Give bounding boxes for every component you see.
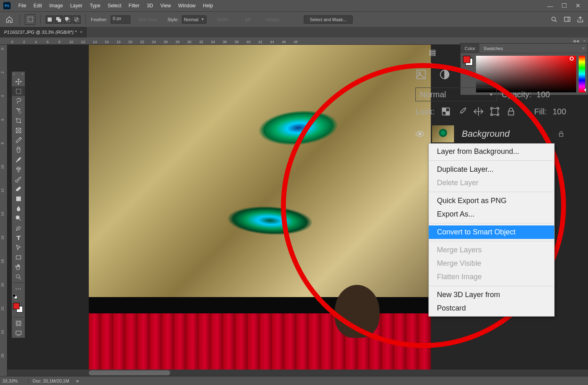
- svg-rect-1: [48, 18, 52, 22]
- svg-rect-32: [559, 133, 563, 136]
- screen-mode-icon[interactable]: [12, 328, 25, 338]
- panel-menu-icon[interactable]: ≡: [579, 46, 588, 50]
- swatches-tab[interactable]: Swatches: [479, 44, 507, 53]
- dodge-tool[interactable]: [12, 213, 25, 223]
- status-bar: 33,33% Doc: 20,1M/20,1M ▶: [0, 376, 588, 385]
- panel-close-icon[interactable]: ×: [22, 72, 24, 76]
- layer-thumbnail[interactable]: [432, 125, 454, 143]
- horizontal-scrollbar[interactable]: [7, 370, 588, 376]
- hand-tool[interactable]: [12, 262, 25, 272]
- blur-tool[interactable]: [12, 203, 25, 213]
- share-icon[interactable]: [577, 16, 584, 23]
- healing-brush-tool[interactable]: [12, 145, 25, 155]
- home-button[interactable]: [4, 14, 15, 25]
- status-zoom[interactable]: 33,33%: [0, 378, 29, 383]
- document-tab[interactable]: P1160237.JPG @ 33,3% (RGB/8*) * ×: [0, 27, 87, 37]
- default-colors-icon[interactable]: [12, 293, 25, 300]
- color-tab[interactable]: Color: [461, 44, 479, 53]
- path-selection-tool[interactable]: [12, 243, 25, 252]
- lock-position-icon[interactable]: [473, 106, 484, 117]
- gradient-tool[interactable]: [12, 194, 25, 203]
- lasso-tool[interactable]: [12, 96, 25, 106]
- ctx-layer-from-background[interactable]: Layer from Background...: [429, 145, 554, 158]
- menubar: FileEditImageLayerTypeSelectFilter3DView…: [15, 3, 217, 9]
- panel-collapse-icon[interactable]: «: [13, 72, 15, 76]
- layer-name[interactable]: Background: [462, 129, 509, 139]
- lock-image-icon[interactable]: [457, 106, 467, 117]
- rectangle-tool[interactable]: [12, 252, 25, 262]
- foreground-background-colors[interactable]: [12, 302, 25, 316]
- menu-type[interactable]: Type: [86, 3, 104, 9]
- menu-image[interactable]: Image: [46, 3, 66, 9]
- context-separator: [430, 223, 553, 223]
- history-brush-tool[interactable]: [12, 174, 25, 184]
- maximize-button[interactable]: ☐: [561, 3, 567, 9]
- filter-adjustment-icon[interactable]: [439, 69, 450, 80]
- ctx-duplicate-layer[interactable]: Duplicate Layer...: [429, 163, 554, 176]
- layer-row-background[interactable]: Background: [415, 125, 565, 143]
- menu-3d[interactable]: 3D: [143, 3, 156, 9]
- zoom-tool[interactable]: [12, 272, 25, 282]
- edit-toolbar-icon[interactable]: ⋯: [12, 284, 25, 293]
- selection-intersect[interactable]: [72, 15, 81, 24]
- eraser-tool[interactable]: [12, 184, 25, 194]
- minimize-button[interactable]: —: [547, 3, 553, 9]
- selection-new[interactable]: [46, 15, 54, 24]
- quick-selection-tool[interactable]: [12, 106, 25, 116]
- lock-transparent-icon[interactable]: [441, 106, 451, 117]
- close-button[interactable]: ✕: [575, 3, 581, 9]
- svg-point-20: [17, 322, 20, 324]
- rectangular-marquee-tool[interactable]: [12, 86, 25, 96]
- menu-filter[interactable]: Filter: [125, 3, 143, 9]
- selection-add[interactable]: [55, 15, 63, 24]
- hue-slider[interactable]: [579, 56, 585, 92]
- eyedropper-tool[interactable]: [12, 135, 25, 145]
- menu-select[interactable]: Select: [104, 3, 125, 9]
- lock-all-icon[interactable]: [506, 106, 516, 117]
- menu-help[interactable]: Help: [199, 3, 217, 9]
- menu-window[interactable]: Window: [175, 3, 200, 9]
- quick-mask-icon[interactable]: [12, 318, 25, 328]
- status-doc-size[interactable]: Doc: 20,1M/20,1M: [29, 378, 73, 383]
- clone-stamp-tool[interactable]: [12, 164, 25, 174]
- menu-layer[interactable]: Layer: [66, 3, 86, 9]
- frame-tool[interactable]: [12, 125, 25, 135]
- style-select[interactable]: Normal▼: [182, 15, 206, 24]
- scroll-thumb[interactable]: [89, 370, 170, 375]
- menu-file[interactable]: File: [15, 3, 30, 9]
- svg-rect-29: [491, 108, 498, 114]
- svg-point-8: [552, 17, 555, 21]
- svg-point-31: [419, 133, 421, 135]
- crop-tool[interactable]: [12, 116, 25, 125]
- visibility-eye-icon[interactable]: [415, 131, 424, 137]
- status-menu-arrow[interactable]: ▶: [77, 379, 79, 383]
- opacity-value[interactable]: 100: [536, 90, 550, 99]
- ctx-flatten-image: Flatten Image: [429, 270, 554, 284]
- menu-view[interactable]: View: [157, 3, 175, 9]
- menu-edit[interactable]: Edit: [30, 3, 46, 9]
- workspace-switcher-icon[interactable]: [564, 16, 571, 23]
- type-tool[interactable]: [12, 233, 25, 243]
- lock-artboard-icon[interactable]: [489, 106, 500, 117]
- tab-close-icon[interactable]: ×: [80, 29, 83, 35]
- ctx-quick-export-as-png[interactable]: Quick Export as PNG: [429, 194, 554, 208]
- brush-tool[interactable]: [12, 155, 25, 164]
- active-tool-icon[interactable]: [25, 14, 35, 25]
- svg-rect-17: [16, 256, 20, 259]
- search-icon[interactable]: [551, 16, 558, 23]
- feather-input[interactable]: 0 px: [111, 15, 130, 24]
- ctx-export-as[interactable]: Export As...: [429, 208, 554, 221]
- select-and-mask-button[interactable]: Select and Mask...: [304, 15, 353, 24]
- selection-subtract[interactable]: [64, 15, 72, 24]
- history-panel-icon[interactable]: [428, 49, 437, 57]
- filter-image-icon[interactable]: [415, 69, 427, 80]
- height-label: Height:: [266, 17, 280, 22]
- ctx-new-3d-layer-from[interactable]: New 3D Layer from: [429, 288, 554, 302]
- blend-mode-select[interactable]: Normal▾: [415, 88, 497, 101]
- fill-value[interactable]: 100%: [553, 107, 566, 116]
- pen-tool[interactable]: [12, 223, 25, 233]
- ctx-postcard[interactable]: Postcard: [429, 302, 554, 315]
- layer-lock-icon[interactable]: [557, 130, 565, 138]
- ctx-convert-to-smart-object[interactable]: Convert to Smart Object: [429, 225, 554, 239]
- move-tool[interactable]: [12, 77, 25, 86]
